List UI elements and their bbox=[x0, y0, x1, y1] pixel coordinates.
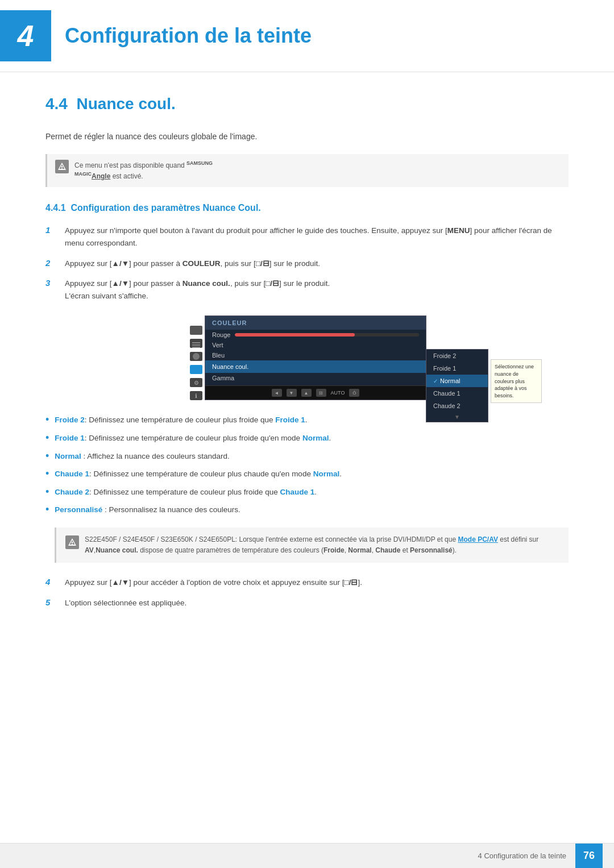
sidebar-icons: ⚙ ℹ bbox=[190, 326, 202, 400]
bullet-dot-4: • bbox=[45, 468, 49, 479]
step-text-1: Appuyez sur n'importe quel bouton à l'av… bbox=[65, 225, 569, 249]
step-text-4: Appuyez sur [▲/▼] pour accéder à l'optio… bbox=[65, 576, 362, 589]
step-num-2: 2 bbox=[45, 258, 56, 268]
bullet-text-froide1: Froide 1: Définissez une température de … bbox=[55, 432, 331, 445]
footer-page-number: 76 bbox=[575, 844, 603, 869]
submenu-panel: Froide 2 Froide 1 ✓ Normal Chaude 1 Chau… bbox=[426, 349, 488, 422]
btn-down: ▼ bbox=[287, 389, 297, 397]
submenu-chaude2: Chaude 2 bbox=[426, 400, 488, 412]
main-content: 4.4 Nuance coul. Permet de régler la nua… bbox=[0, 72, 614, 654]
sub-section-heading: 4.4.1 Configuration des paramètres Nuanc… bbox=[45, 203, 569, 213]
chapter-number-block: 4 bbox=[0, 10, 51, 61]
step-1: 1 Appuyez sur n'importe quel bouton à l'… bbox=[45, 225, 569, 249]
sidebar-icon-2 bbox=[190, 339, 202, 348]
section-desc: Permet de régler la nuance des couleurs … bbox=[45, 130, 569, 143]
checkmark-icon: ✓ bbox=[433, 378, 438, 384]
footer-text: 4 Configuration de la teinte bbox=[478, 852, 566, 860]
note-box-1: Ce menu n'est pas disponible quand SAMSU… bbox=[45, 154, 569, 187]
bullet-froide1: • Froide 1: Définissez une température d… bbox=[45, 432, 569, 445]
screen-bottom-bar: ◄ ▼ ▲ ⊟ AUTO Ô bbox=[205, 385, 426, 400]
btn-left: ◄ bbox=[272, 389, 282, 397]
step-2: 2 Appuyez sur [▲/▼] pour passer à COULEU… bbox=[45, 258, 569, 270]
bullet-normal: • Normal : Affichez la nuance des couleu… bbox=[45, 450, 569, 463]
submenu-froide1: Froide 1 bbox=[426, 362, 488, 375]
btn-auto-label: AUTO bbox=[331, 390, 345, 396]
btn-up: ▲ bbox=[301, 389, 312, 397]
btn-power: Ô bbox=[349, 389, 359, 397]
step-3: 3 Appuyez sur [▲/▼] pour passer à Nuance… bbox=[45, 277, 569, 302]
submenu-normal-selected: ✓ Normal bbox=[426, 375, 488, 387]
sidebar-icon-gear: ⚙ bbox=[190, 378, 202, 387]
note-text-2: S22E450F / S24E450F / S23E650K / S24E650… bbox=[85, 534, 559, 556]
footer: 4 Configuration de la teinte 76 bbox=[0, 843, 614, 868]
bullet-personnalise: • Personnalisé : Personnalisez la nuance… bbox=[45, 504, 569, 516]
step-text-2: Appuyez sur [▲/▼] pour passer à COULEUR,… bbox=[65, 258, 320, 270]
submenu-arrow-down: ▼ bbox=[426, 412, 488, 422]
bullet-dot-6: • bbox=[45, 504, 49, 514]
menu-gamma: Gamma bbox=[205, 373, 426, 383]
bullet-list: • Froide 2: Définissez une température d… bbox=[45, 414, 569, 516]
menu-panel: COULEUR Rouge Vert Bleu Nuance coul. Fro… bbox=[205, 315, 426, 400]
step-text-3: Appuyez sur [▲/▼] pour passer à Nuance c… bbox=[65, 277, 330, 302]
bullet-dot-3: • bbox=[45, 451, 49, 461]
bullet-text-personnalise: Personnalisé : Personnalisez la nuance d… bbox=[55, 504, 240, 516]
step-4: 4 Appuyez sur [▲/▼] pour accéder à l'opt… bbox=[45, 576, 569, 589]
chapter-title: Configuration de la teinte bbox=[65, 24, 312, 48]
sidebar-icon-info: ℹ bbox=[190, 391, 202, 400]
step-num-3: 3 bbox=[45, 277, 56, 288]
bullet-froide2: • Froide 2: Définissez une température d… bbox=[45, 414, 569, 426]
bullet-chaude2: • Chaude 2: Définissez une température d… bbox=[45, 486, 569, 499]
step-5: 5 L'option sélectionnée est appliquée. bbox=[45, 597, 569, 609]
section-heading: 4.4 Nuance coul. bbox=[45, 95, 569, 113]
step-num-4: 4 bbox=[45, 576, 56, 587]
note-icon-2 bbox=[65, 535, 79, 549]
note-icon-1 bbox=[55, 160, 69, 173]
steps-list: 1 Appuyez sur n'importe quel bouton à l'… bbox=[45, 225, 569, 302]
menu-header: COULEUR bbox=[205, 316, 426, 330]
btn-enter: ⊟ bbox=[316, 389, 326, 397]
submenu-froide2: Froide 2 bbox=[426, 350, 488, 362]
sidebar-icon-1 bbox=[190, 326, 202, 335]
bullet-dot-2: • bbox=[45, 433, 49, 443]
bullet-text-normal: Normal : Affichez la nuance des couleurs… bbox=[55, 450, 229, 463]
screen-container: ⚙ ℹ COULEUR Rouge Vert Bleu Nuance coul. bbox=[45, 315, 569, 400]
tooltip-box: Sélectionnez une nuance de couleurs plus… bbox=[491, 359, 542, 403]
sidebar-icon-3 bbox=[190, 352, 202, 361]
header-banner: 4 Configuration de la teinte bbox=[0, 0, 614, 72]
step-num-1: 1 bbox=[45, 225, 56, 235]
step-text-5: L'option sélectionnée est appliquée. bbox=[65, 597, 186, 609]
sidebar-icon-active bbox=[190, 365, 202, 374]
chapter-number: 4 bbox=[18, 19, 34, 53]
menu-bleu: Bleu bbox=[205, 350, 426, 360]
bullet-chaude1: • Chaude 1: Définissez une température d… bbox=[45, 468, 569, 480]
bullet-dot-5: • bbox=[45, 487, 49, 497]
submenu-chaude1: Chaude 1 bbox=[426, 387, 488, 400]
step-num-5: 5 bbox=[45, 597, 56, 607]
note-box-2: S22E450F / S24E450F / S23E650K / S24E650… bbox=[55, 528, 569, 563]
menu-vert: Vert bbox=[205, 340, 426, 350]
steps-list-2: 4 Appuyez sur [▲/▼] pour accéder à l'opt… bbox=[45, 576, 569, 609]
screen-simulation: ⚙ ℹ COULEUR Rouge Vert Bleu Nuance coul. bbox=[188, 315, 426, 400]
bullet-text-chaude2: Chaude 2: Définissez une température de … bbox=[55, 486, 317, 499]
menu-nuance: Nuance coul. Froide 2 Froide 1 ✓ Normal … bbox=[205, 360, 426, 373]
submenu-normal-label: Normal bbox=[440, 377, 460, 384]
menu-rouge: Rouge bbox=[205, 330, 426, 340]
note-text-1: Ce menu n'est pas disponible quand SAMSU… bbox=[74, 160, 213, 181]
bullet-text-froide2: Froide 2: Définissez une température de … bbox=[55, 414, 307, 426]
bullet-dot-1: • bbox=[45, 414, 49, 425]
bullet-text-chaude1: Chaude 1: Définissez une température de … bbox=[55, 468, 342, 480]
angle-link: Angle bbox=[92, 172, 110, 180]
